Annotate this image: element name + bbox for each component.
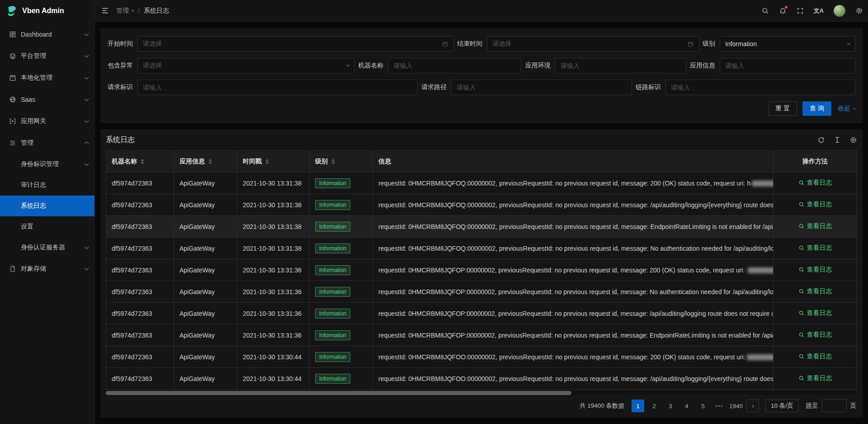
sidebar-subitem[interactable]: 身份认证服务器 — [0, 237, 94, 258]
logo[interactable]: Vben Admin — [0, 0, 94, 22]
notification-bell-icon[interactable] — [774, 0, 792, 22]
contains-exception-select[interactable]: 请选择 — [137, 58, 354, 73]
request-id-input[interactable] — [143, 84, 412, 91]
collapse-link[interactable]: 收起 — [838, 105, 855, 113]
app-info-cell: ApiGateWay — [174, 368, 237, 390]
sidebar-item[interactable]: 应用网关 — [0, 110, 94, 132]
view-log-link[interactable]: 查看日志 — [798, 353, 832, 361]
user-avatar[interactable] — [829, 0, 850, 22]
end-time-label: 结束时间 — [457, 40, 482, 48]
machine-name-label: 机器名称 — [358, 62, 383, 70]
page-button[interactable]: 1 — [632, 400, 644, 412]
sort-icon[interactable] — [141, 159, 144, 164]
trace-id-input[interactable] — [671, 84, 850, 91]
locale-icon[interactable]: 文A — [809, 0, 829, 22]
level-cell: Information — [310, 238, 373, 259]
sidebar-subitem[interactable]: 系统日志 — [0, 195, 94, 216]
level-select[interactable]: Information — [720, 36, 855, 52]
view-log-link[interactable]: 查看日志 — [798, 266, 832, 274]
sidebar-item[interactable]: 管理 — [0, 132, 94, 154]
action-cell: 查看日志 — [774, 303, 857, 324]
search-icon[interactable] — [756, 0, 774, 22]
next-page-button[interactable] — [746, 400, 759, 412]
view-log-link[interactable]: 查看日志 — [798, 309, 832, 317]
app-info-cell: ApiGateWay — [174, 194, 237, 216]
page-ellipsis[interactable]: ••• — [713, 400, 726, 412]
level-cell: Information — [310, 172, 373, 194]
view-log-link[interactable]: 查看日志 — [798, 331, 832, 339]
sort-icon[interactable] — [265, 159, 269, 164]
scrollbar-thumb[interactable] — [106, 391, 571, 395]
settings-gear-icon[interactable] — [850, 0, 868, 22]
column-header[interactable]: 机器名称 — [106, 151, 174, 172]
column-header[interactable]: 级别 — [310, 151, 373, 172]
page-button[interactable]: 2 — [648, 400, 660, 412]
view-log-link[interactable]: 查看日志 — [798, 222, 832, 230]
redacted-text — [752, 181, 773, 186]
search-button[interactable]: 查 询 — [802, 101, 831, 116]
app-root: Vben Admin Dashboard平台管理本地化管理Saas应用网关管理身… — [0, 0, 868, 424]
magnifier-icon — [798, 288, 805, 295]
machine-name-cell: df5974d72363 — [106, 194, 174, 216]
sidebar-item[interactable]: 平台管理 — [0, 45, 94, 67]
view-log-link[interactable]: 查看日志 — [798, 374, 832, 382]
level-cell: Information — [310, 324, 373, 346]
level-badge: Information — [315, 178, 350, 188]
manage-icon — [9, 139, 16, 147]
sort-icon[interactable] — [208, 159, 212, 164]
chevron-down-icon — [85, 162, 89, 166]
horizontal-scrollbar[interactable] — [106, 391, 857, 395]
view-log-link[interactable]: 查看日志 — [798, 179, 832, 187]
column-header[interactable]: 应用信息 — [174, 151, 237, 172]
action-cell: 查看日志 — [774, 368, 857, 390]
sidebar-item[interactable]: 本地化管理 — [0, 67, 94, 89]
logo-icon — [5, 5, 18, 17]
message-cell: requestId: 0HMCRBM8JQFOP:00000002, previ… — [373, 259, 774, 281]
level-cell: Information — [310, 346, 373, 368]
page-size-select[interactable]: 10 条/页 — [765, 400, 799, 412]
column-header[interactable]: 时间戳 — [237, 151, 310, 172]
sidebar-fold-icon[interactable] — [101, 7, 109, 14]
request-path-input[interactable] — [457, 84, 627, 91]
sort-icon[interactable] — [331, 159, 335, 164]
column-settings-gear-icon[interactable] — [849, 136, 857, 144]
page-button[interactable]: 3 — [664, 400, 677, 412]
machine-name-cell: df5974d72363 — [106, 281, 174, 303]
app-env-input[interactable] — [561, 62, 681, 69]
reset-button[interactable]: 重 置 — [768, 101, 797, 116]
machine-name-cell: df5974d72363 — [106, 238, 174, 259]
sidebar-item[interactable]: Dashboard — [0, 24, 94, 45]
view-log-link[interactable]: 查看日志 — [798, 287, 832, 295]
page-button[interactable]: 5 — [697, 400, 709, 412]
refresh-icon[interactable] — [817, 136, 825, 144]
message-cell: requestId: 0HMCRBM8JQFOP:00000002, previ… — [373, 324, 774, 346]
breadcrumb-separator: / — [138, 7, 140, 14]
machine-name-input[interactable] — [393, 62, 516, 69]
sidebar-subitem[interactable]: 审计日志 — [0, 175, 94, 195]
fullscreen-icon[interactable] — [792, 0, 809, 22]
jump-page-input[interactable] — [822, 400, 847, 412]
sidebar-item[interactable]: Saas — [0, 89, 94, 110]
level-badge: Information — [315, 287, 350, 297]
sidebar-item[interactable]: 对象存储 — [0, 258, 94, 280]
breadcrumb-item-manage[interactable]: 管理 — [116, 7, 134, 15]
level-badge: Information — [315, 222, 350, 232]
end-time-picker[interactable]: 请选择 — [487, 36, 699, 52]
sidebar-subitem[interactable]: 设置 — [0, 216, 94, 237]
start-time-picker[interactable]: 请选择 — [137, 36, 454, 52]
row-height-icon[interactable] — [834, 136, 841, 143]
chevron-up-icon — [85, 142, 89, 146]
view-log-link[interactable]: 查看日志 — [798, 200, 832, 209]
chevron-down-icon — [131, 8, 134, 11]
timestamp-cell: 2021-10-30 13:31:38 — [237, 238, 310, 259]
page-button[interactable]: 1940 — [729, 400, 743, 412]
log-row: df5974d72363ApiGateWay2021-10-30 13:31:3… — [106, 216, 857, 238]
redacted-text — [747, 354, 774, 360]
sidebar-subitem[interactable]: 身份标识管理 — [0, 154, 94, 175]
page-button[interactable]: 4 — [680, 400, 693, 412]
app-info-cell: ApiGateWay — [174, 238, 237, 259]
app-info-input[interactable] — [725, 62, 850, 69]
view-log-link[interactable]: 查看日志 — [798, 244, 832, 252]
platform-icon — [9, 52, 16, 60]
log-row: df5974d72363ApiGateWay2021-10-30 13:31:3… — [106, 172, 857, 194]
